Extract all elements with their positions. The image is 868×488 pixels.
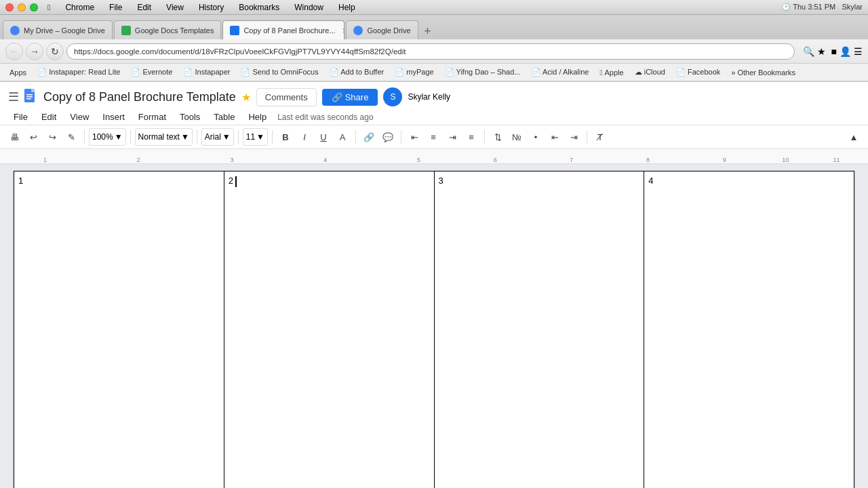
undo-button[interactable]: ↩ [24, 128, 42, 146]
paint-format-button[interactable]: ✎ [62, 128, 80, 146]
refresh-button[interactable]: ↻ [46, 43, 64, 60]
tab-close-button[interactable]: × [342, 25, 345, 36]
minimize-window-button[interactable] [18, 3, 26, 12]
bookmark-apple[interactable]:  Apple [595, 67, 627, 78]
star-document-button[interactable]: ★ [241, 91, 251, 104]
clear-formatting-button[interactable]: T̸ [591, 128, 609, 146]
docs-tools-menu[interactable]: Tools [174, 109, 205, 125]
ruler-mark-10: 10 [782, 157, 789, 163]
font-size-value: 11 [246, 132, 255, 142]
zoom-dropdown-icon: ▼ [115, 132, 123, 142]
bookmark-evernote[interactable]: 📄 Evernote [127, 66, 176, 78]
close-window-button[interactable] [5, 3, 14, 12]
table-cell-1[interactable]: 1 [14, 171, 224, 489]
zoom-icon[interactable]: 🔍 [803, 46, 814, 57]
docs-edit-menu[interactable]: Edit [36, 109, 62, 125]
align-center-button[interactable]: ≡ [425, 128, 442, 146]
address-bar[interactable]: https://docs.google.com/document/d/18vFR… [66, 43, 795, 60]
bookmark-omnifocus[interactable]: 📄 Send to OmniFocus [237, 66, 322, 78]
style-dropdown-icon: ▼ [181, 132, 189, 142]
edit-menu[interactable]: Edit [134, 1, 154, 14]
style-select[interactable]: Normal text ▼ [135, 128, 193, 146]
docs-hamburger-icon[interactable]: ☰ [8, 89, 19, 104]
toolbar-sep-1 [84, 130, 85, 144]
profile-icon[interactable]: 👤 [840, 46, 851, 57]
docs-help-menu[interactable]: Help [243, 109, 272, 125]
tab-docs-templates[interactable]: Google Docs Templates [114, 20, 222, 39]
ruler-mark-1: 1 [43, 157, 47, 163]
view-menu[interactable]: View [163, 1, 186, 14]
comment-button[interactable]: 💬 [379, 128, 397, 146]
docs-content-area[interactable]: 1 2 3 4 [0, 164, 868, 488]
font-select[interactable]: Arial ▼ [201, 128, 234, 146]
history-menu[interactable]: History [196, 1, 226, 14]
bookmark-mypage[interactable]: 📄 myPage [391, 66, 437, 78]
tab-google-drive[interactable]: Google Drive [346, 20, 418, 39]
bookmarks-bar: Apps 📄 Instapaper: Read Lite 📄 Evernote … [0, 64, 868, 81]
bookmark-acid[interactable]: 📄 Acid / Alkaline [528, 66, 593, 78]
underline-button[interactable]: U [315, 128, 332, 146]
bookmark-yifng[interactable]: 📄 Yifng Dao – Shad... [441, 66, 525, 78]
comments-button[interactable]: Comments [256, 88, 317, 106]
user-avatar[interactable]: S [383, 87, 402, 106]
increase-indent-button[interactable]: ⇥ [565, 128, 583, 146]
font-value: Arial [205, 132, 221, 142]
ruler-mark-2: 2 [137, 157, 140, 163]
star-icon[interactable]: ★ [817, 46, 826, 57]
bookmark-other[interactable]: » Other Bookmarks [727, 67, 800, 78]
docs-insert-menu[interactable]: Insert [97, 109, 130, 125]
bookmark-facebook[interactable]: 📄 Facebook [672, 66, 724, 78]
link-button[interactable]: 🔗 [360, 128, 378, 146]
document-page: 1 2 3 4 [14, 171, 854, 488]
toolbar-sep-2 [130, 130, 131, 144]
align-left-button[interactable]: ⇤ [406, 128, 423, 146]
settings-icon[interactable]: ☰ [854, 46, 863, 57]
file-menu[interactable]: File [106, 1, 125, 14]
justify-button[interactable]: ≡ [462, 128, 480, 146]
tab-favicon-drive [10, 26, 20, 35]
bookmark-instapaper[interactable]: 📄 Instapaper: Read Lite [33, 66, 124, 78]
new-tab-button[interactable]: + [420, 23, 436, 39]
redo-button[interactable]: ↪ [43, 128, 61, 146]
document-title[interactable]: Copy of 8 Panel Brochure Template [43, 90, 236, 104]
table-cell-3[interactable]: 3 [434, 171, 644, 489]
toolbar-sep-5 [272, 130, 273, 144]
docs-file-menu[interactable]: File [8, 109, 33, 125]
table-cell-4[interactable]: 4 [644, 171, 854, 489]
docs-format-menu[interactable]: Format [133, 109, 172, 125]
forward-button[interactable]: → [26, 43, 43, 60]
docs-view-menu[interactable]: View [64, 109, 94, 125]
extensions-icon[interactable]: ■ [831, 46, 837, 57]
style-value: Normal text [138, 132, 180, 142]
table-cell-2[interactable]: 2 [224, 171, 434, 489]
bookmark-instapaper2[interactable]: 📄 Instapaper [179, 66, 234, 78]
tab-my-drive[interactable]: My Drive – Google Drive [3, 20, 113, 39]
bookmark-icloud[interactable]: ☁ iCloud [631, 66, 669, 78]
zoom-select[interactable]: 100% ▼ [89, 128, 126, 146]
chrome-menu[interactable]: Chrome [62, 1, 97, 14]
bookmark-apps[interactable]: Apps [5, 67, 31, 78]
line-spacing-button[interactable]: ⇅ [489, 128, 507, 146]
bold-button[interactable]: B [277, 128, 294, 146]
bullet-list-button[interactable]: • [527, 128, 545, 146]
collapse-toolbar-button[interactable]: ▲ [845, 128, 863, 146]
share-button[interactable]: 🔗 Share [322, 89, 378, 106]
help-menu[interactable]: Help [336, 1, 358, 14]
bookmarks-menu[interactable]: Bookmarks [236, 1, 282, 14]
print-button[interactable]: 🖶 [5, 128, 23, 146]
maximize-window-button[interactable] [30, 3, 38, 12]
tab-brochure[interactable]: Copy of 8 Panel Brochure... × [222, 20, 344, 39]
numbered-list-button[interactable]: № [508, 128, 526, 146]
decrease-indent-button[interactable]: ⇤ [546, 128, 564, 146]
align-right-button[interactable]: ⇥ [443, 128, 461, 146]
bookmark-buffer[interactable]: 📄 Add to Buffer [326, 66, 388, 78]
window-menu[interactable]: Window [292, 1, 326, 14]
toolbar-sep-8 [484, 130, 485, 144]
back-button[interactable]: ← [5, 43, 23, 60]
docs-table-menu[interactable]: Table [208, 109, 240, 125]
italic-button[interactable]: I [296, 128, 313, 146]
font-size-select[interactable]: 11 ▼ [243, 128, 268, 146]
apple-menu[interactable]:  [45, 1, 53, 14]
text-color-button[interactable]: A [334, 128, 351, 146]
table-row: 1 2 3 4 [14, 171, 854, 489]
